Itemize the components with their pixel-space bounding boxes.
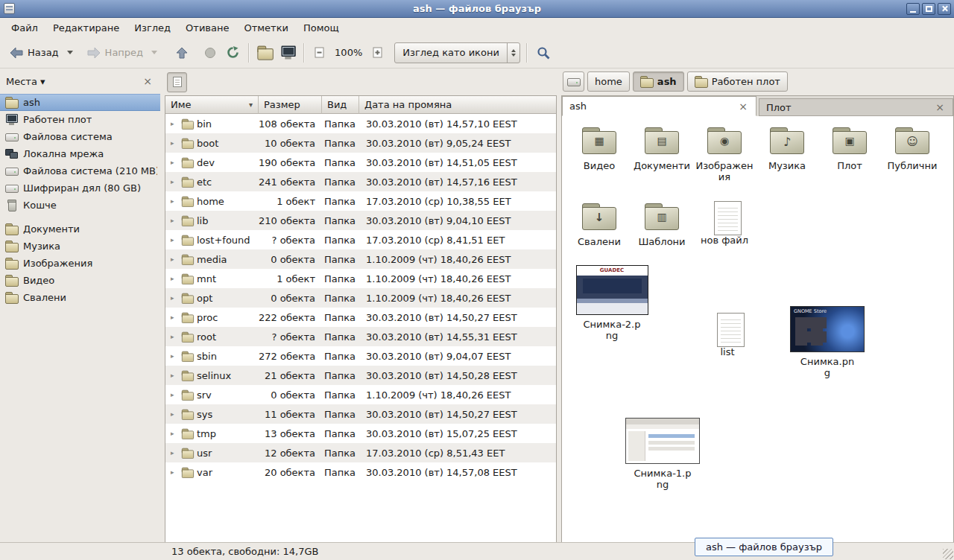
expander-icon[interactable]: ▸ bbox=[171, 410, 178, 418]
file-row[interactable]: ▸ boot 10 обекта Папка 30.03.2010 (вт) 9… bbox=[165, 133, 556, 153]
titlebar[interactable]: ash — файлов браузър bbox=[0, 0, 954, 18]
tab[interactable]: Плот × bbox=[759, 98, 953, 116]
tab[interactable]: ash × bbox=[562, 96, 756, 116]
sidebar-item[interactable]: ash bbox=[0, 94, 160, 111]
column-header-size[interactable]: Размер bbox=[259, 96, 322, 114]
file-icon-item[interactable]: Плот bbox=[818, 125, 881, 171]
file-row[interactable]: ▸ bin 108 обекта Папка 30.03.2010 (вт) 1… bbox=[165, 114, 556, 133]
expander-icon[interactable]: ▸ bbox=[171, 352, 178, 360]
file-icon-item[interactable]: Документи bbox=[631, 125, 693, 171]
file-row[interactable]: ▸ dev 190 обекта Папка 30.03.2010 (вт) 1… bbox=[165, 153, 556, 172]
menu-item[interactable]: Файл bbox=[4, 20, 45, 36]
expander-icon[interactable]: ▸ bbox=[171, 120, 178, 127]
reload-button[interactable] bbox=[221, 41, 244, 65]
expander-icon[interactable]: ▸ bbox=[171, 468, 178, 476]
expander-icon[interactable]: ▸ bbox=[171, 236, 178, 244]
column-header-name[interactable]: Име ▾ bbox=[165, 96, 259, 114]
column-header-date[interactable]: Дата на промяна bbox=[359, 96, 556, 114]
file-icon-item[interactable]: Видео bbox=[568, 125, 631, 171]
path-button[interactable]: Работен плот bbox=[687, 71, 788, 92]
back-history-dropdown[interactable] bbox=[64, 41, 76, 65]
file-row[interactable]: ▸ selinux 21 обекта Папка 30.03.2010 (вт… bbox=[165, 366, 556, 385]
file-row[interactable]: ▸ lib 210 обекта Папка 30.03.2010 (вт) 9… bbox=[165, 211, 556, 230]
expander-icon[interactable]: ▸ bbox=[171, 449, 178, 456]
file-row[interactable]: ▸ var 20 обекта Папка 30.03.2010 (вт) 14… bbox=[165, 462, 556, 482]
spinner-arrows-icon[interactable] bbox=[507, 43, 519, 63]
sidebar-item[interactable]: Локална мрежа bbox=[0, 145, 160, 162]
home-button[interactable] bbox=[253, 41, 277, 65]
minimize-button[interactable] bbox=[906, 3, 920, 15]
sidebar-item[interactable]: Документи bbox=[0, 220, 160, 238]
forward-button[interactable]: Напред bbox=[82, 41, 148, 65]
file-icon-item[interactable]: Музика bbox=[756, 125, 818, 171]
expander-icon[interactable]: ▸ bbox=[171, 372, 178, 379]
expander-icon[interactable]: ▸ bbox=[171, 430, 178, 437]
sidebar-item[interactable]: Шифриран дял (80 GB) bbox=[0, 179, 160, 197]
zoom-out-button[interactable] bbox=[309, 41, 330, 65]
tab-close-button[interactable]: × bbox=[934, 101, 946, 113]
sidebar-item[interactable]: Работен плот bbox=[0, 111, 160, 128]
forward-history-dropdown[interactable] bbox=[148, 41, 160, 65]
maximize-button[interactable] bbox=[922, 3, 935, 15]
file-icon-item[interactable]: Снимка-1.png bbox=[622, 418, 704, 491]
pathbar-root-button[interactable] bbox=[563, 71, 584, 92]
expander-icon[interactable]: ▸ bbox=[171, 391, 178, 398]
computer-button[interactable] bbox=[277, 41, 300, 65]
file-row[interactable]: ▸ proc 222 обекта Папка 30.03.2010 (вт) … bbox=[165, 308, 556, 327]
file-row[interactable]: ▸ srv 0 обекта Папка 1.10.2009 (чт) 18,4… bbox=[165, 385, 556, 404]
file-row[interactable]: ▸ sys 11 обекта Папка 30.03.2010 (вт) 14… bbox=[165, 404, 556, 424]
expander-icon[interactable]: ▸ bbox=[171, 294, 178, 302]
expander-icon[interactable]: ▸ bbox=[171, 178, 178, 185]
expander-icon[interactable]: ▸ bbox=[171, 159, 178, 166]
file-icon-item[interactable]: нов файл bbox=[693, 201, 756, 246]
sidebar-item[interactable]: Файлова система bbox=[0, 128, 160, 145]
resize-grip[interactable] bbox=[943, 549, 953, 559]
file-icon-item[interactable]: Шаблони bbox=[631, 201, 693, 247]
file-icon-item[interactable]: Изображения bbox=[693, 125, 756, 183]
menu-item[interactable]: Редактиране bbox=[46, 20, 126, 36]
column-header-type[interactable]: Вид bbox=[322, 96, 359, 114]
menu-item[interactable]: Помощ bbox=[297, 20, 346, 36]
file-row[interactable]: ▸ mnt 1 обект Папка 1.10.2009 (чт) 18,40… bbox=[165, 269, 556, 288]
path-button[interactable]: ash bbox=[633, 71, 684, 92]
expander-icon[interactable]: ▸ bbox=[171, 275, 178, 282]
expander-icon[interactable]: ▸ bbox=[171, 255, 178, 263]
file-row[interactable]: ▸ root ? обекта Папка 30.03.2010 (вт) 14… bbox=[165, 327, 556, 346]
menu-item[interactable]: Отметки bbox=[237, 20, 294, 36]
expander-icon[interactable]: ▸ bbox=[171, 314, 178, 321]
sidebar-item[interactable]: Изображения bbox=[0, 255, 160, 272]
file-icon-item[interactable]: list bbox=[696, 313, 759, 357]
expander-icon[interactable]: ▸ bbox=[171, 217, 178, 224]
path-button[interactable]: home bbox=[587, 71, 630, 92]
expander-icon[interactable]: ▸ bbox=[171, 197, 178, 205]
search-button[interactable] bbox=[531, 41, 555, 65]
sidebar-item[interactable]: Свалени bbox=[0, 289, 160, 306]
close-button[interactable] bbox=[938, 3, 951, 15]
zoom-in-button[interactable] bbox=[367, 41, 388, 65]
sidebar-item[interactable]: Видео bbox=[0, 272, 160, 289]
location-toggle-button[interactable] bbox=[167, 72, 187, 92]
file-row[interactable]: ▸ tmp 13 обекта Папка 30.03.2010 (вт) 15… bbox=[165, 424, 556, 443]
file-row[interactable]: ▸ media 0 обекта Папка 1.10.2009 (чт) 18… bbox=[165, 249, 556, 269]
chevron-down-icon[interactable]: ▾ bbox=[40, 76, 45, 87]
stop-button[interactable] bbox=[199, 41, 221, 65]
up-button[interactable] bbox=[171, 41, 193, 65]
expander-icon[interactable]: ▸ bbox=[171, 333, 178, 340]
expander-icon[interactable]: ▸ bbox=[171, 139, 178, 147]
sidebar-close-button[interactable]: × bbox=[141, 75, 154, 87]
file-row[interactable]: ▸ home 1 обект Папка 17.03.2010 (ср) 10,… bbox=[165, 191, 556, 211]
file-icon-item[interactable]: GNOME Store Снимка.png bbox=[786, 306, 869, 379]
tab-close-button[interactable]: × bbox=[737, 101, 749, 112]
menu-item[interactable]: Изглед bbox=[127, 20, 177, 36]
file-row[interactable]: ▸ opt 0 обекта Папка 1.10.2009 (чт) 18,4… bbox=[165, 288, 556, 308]
sidebar-item[interactable]: Файлова система (210 MB) bbox=[0, 162, 160, 179]
file-row[interactable]: ▸ sbin 272 обекта Папка 30.03.2010 (вт) … bbox=[165, 346, 556, 366]
back-button[interactable]: Назад bbox=[4, 41, 64, 65]
file-icon-item[interactable]: Публични bbox=[881, 125, 944, 171]
view-mode-select[interactable]: Изглед като икони bbox=[394, 42, 520, 63]
menu-item[interactable]: Отиване bbox=[179, 20, 236, 36]
file-row[interactable]: ▸ lost+found ? обекта Папка 17.03.2010 (… bbox=[165, 230, 556, 249]
file-icon-item[interactable]: Свалени bbox=[568, 201, 631, 247]
file-row[interactable]: ▸ usr 12 обекта Папка 17.03.2010 (ср) 8,… bbox=[165, 443, 556, 462]
sidebar-item[interactable]: Музика bbox=[0, 238, 160, 255]
